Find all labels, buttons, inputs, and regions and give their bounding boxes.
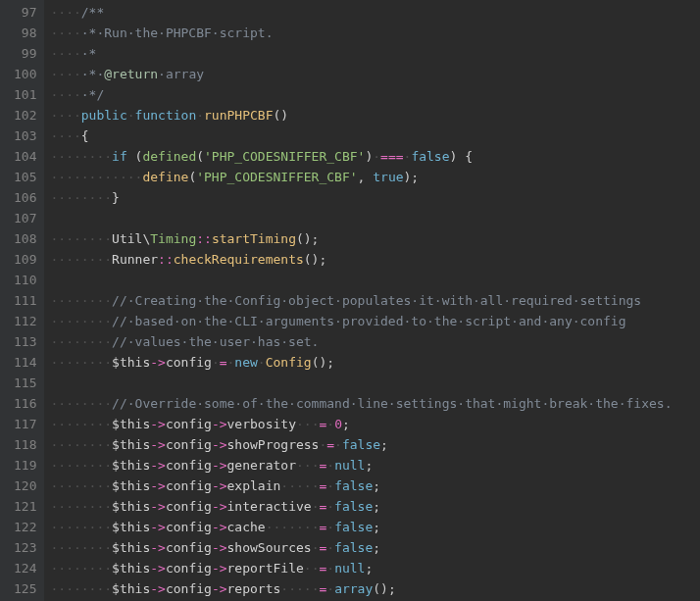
line-number: 117	[14, 414, 36, 434]
line-number: 112	[14, 311, 36, 331]
line-number: 124	[14, 558, 36, 578]
code-line[interactable]: ········$this->config->interactive·=·fal…	[50, 496, 700, 517]
code-line[interactable]: ·····*	[50, 43, 700, 64]
line-number: 104	[14, 146, 36, 167]
line-number: 115	[14, 373, 36, 393]
code-line[interactable]: ········if (defined('PHP_CODESNIFFER_CBF…	[50, 146, 700, 167]
code-line[interactable]: ········Runner::checkRequirements();	[50, 249, 700, 270]
code-line[interactable]	[50, 208, 700, 228]
code-line[interactable]: ········Util\Timing::startTiming();	[50, 228, 700, 249]
line-number: 108	[14, 228, 36, 249]
code-line[interactable]: ········//·Creating·the·Config·object·po…	[50, 290, 700, 311]
code-line[interactable]: ····{	[50, 125, 700, 146]
line-number: 98	[14, 23, 36, 43]
code-line[interactable]: ········}	[50, 187, 700, 208]
code-line[interactable]: ········//·Override·some·of·the·command·…	[50, 393, 700, 414]
code-line[interactable]: ········$this->config->reportFile··=·nul…	[50, 558, 700, 578]
code-line[interactable]: ····/**	[50, 2, 700, 23]
line-number: 123	[14, 537, 36, 558]
line-number: 97	[14, 2, 36, 23]
code-line[interactable]: ········//·based·on·the·CLI·arguments·pr…	[50, 311, 700, 331]
line-number: 119	[14, 455, 36, 476]
code-line[interactable]: ········//·values·the·user·has·set.	[50, 331, 700, 352]
code-line[interactable]: ·····*/	[50, 84, 700, 105]
line-number: 101	[14, 84, 36, 105]
line-number: 105	[14, 167, 36, 187]
code-line[interactable]: ········$this->config->cache·······=·fal…	[50, 517, 700, 537]
line-number: 118	[14, 434, 36, 455]
code-line[interactable]	[50, 373, 700, 393]
line-number: 110	[14, 270, 36, 290]
line-number: 102	[14, 105, 36, 125]
line-number: 100	[14, 64, 36, 84]
line-number: 103	[14, 125, 36, 146]
code-line[interactable]: ········$this->config->showSources·=·fal…	[50, 537, 700, 558]
line-number: 120	[14, 476, 36, 496]
line-number: 106	[14, 187, 36, 208]
code-line[interactable]: ········$this->config·=·new·Config();	[50, 352, 700, 373]
line-number: 109	[14, 249, 36, 270]
code-area[interactable]: ····/**·····*·Run·the·PHPCBF·script.····…	[44, 0, 700, 601]
code-line[interactable]: ····public·function·runPHPCBF()	[50, 105, 700, 125]
code-line[interactable]: ········$this->config->generator···=·nul…	[50, 455, 700, 476]
code-editor[interactable]: 9798991001011021031041051061071081091101…	[0, 0, 700, 601]
line-number: 114	[14, 352, 36, 373]
code-line[interactable]: ············define('PHP_CODESNIFFER_CBF'…	[50, 167, 700, 187]
line-number: 125	[14, 578, 36, 599]
line-number: 111	[14, 290, 36, 311]
line-number: 121	[14, 496, 36, 517]
code-line[interactable]: ········$this->config->verbosity···=·0;	[50, 414, 700, 434]
code-line[interactable]	[50, 270, 700, 290]
code-line[interactable]: ········$this->config->reports·····=·arr…	[50, 578, 700, 599]
line-number: 107	[14, 208, 36, 228]
code-line[interactable]: ·····*·Run·the·PHPCBF·script.	[50, 23, 700, 43]
code-line[interactable]: ········$this->config->showProgress·=·fa…	[50, 434, 700, 455]
code-line[interactable]: ········$this->config->explain·····=·fal…	[50, 476, 700, 496]
code-line[interactable]: ·····*·@return·array	[50, 64, 700, 84]
line-number: 122	[14, 517, 36, 537]
line-number: 113	[14, 331, 36, 352]
line-number: 99	[14, 43, 36, 64]
line-number-gutter: 9798991001011021031041051061071081091101…	[0, 0, 44, 601]
line-number: 116	[14, 393, 36, 414]
